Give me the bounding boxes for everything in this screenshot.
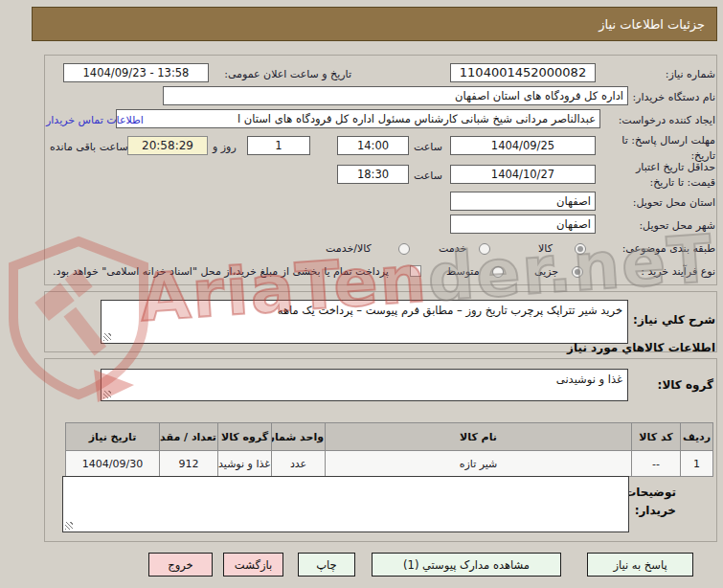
radio-goods-service[interactable] bbox=[398, 243, 410, 255]
radio-medium[interactable] bbox=[492, 266, 504, 278]
radio-goods-service-label: کالا/خدمت bbox=[326, 242, 372, 255]
need-number-label: شماره نیاز: bbox=[666, 68, 715, 80]
validity-date-field[interactable]: 1404/10/27 bbox=[450, 165, 596, 184]
remaining-hours-label: ساعت باقی مانده bbox=[50, 141, 128, 153]
radio-minor[interactable] bbox=[572, 266, 583, 278]
col-item-code: کد کالا bbox=[632, 423, 681, 451]
classification-label: طبقه بندی موضوعی: bbox=[622, 242, 715, 255]
request-creator-field[interactable]: عبدالناصر مردانی شیخ شبانی کارشناس مسئول… bbox=[116, 109, 600, 128]
announce-datetime-label: تاریخ و ساعت اعلان عمومی: bbox=[224, 68, 351, 80]
col-count-unit: واحد شمارش bbox=[272, 423, 326, 451]
delivery-province-label: استان محل تحویل: bbox=[633, 196, 715, 209]
col-need-date: تاریخ نیاز bbox=[66, 423, 160, 451]
radio-minor-label: جزیی bbox=[534, 265, 558, 278]
col-row-number: ردیف bbox=[681, 423, 713, 451]
respond-to-need-button[interactable]: پاسخ به نیاز bbox=[587, 553, 693, 577]
remaining-days-field[interactable]: 1 bbox=[247, 136, 310, 155]
deadline-hour-label: ساعت bbox=[414, 141, 442, 153]
radio-medium-label: متوسط bbox=[446, 265, 480, 278]
cell-item-name: شیر تازه bbox=[326, 451, 632, 477]
buyer-org-label: نام دستگاه خریدار: bbox=[632, 91, 715, 103]
buyer-org-field[interactable]: اداره کل فرودگاه های استان اصفهان bbox=[163, 86, 628, 105]
back-button[interactable]: بازگشت bbox=[223, 553, 283, 577]
delivery-province-field[interactable]: اصفهان bbox=[450, 192, 596, 211]
print-button[interactable]: چاپ bbox=[298, 553, 355, 577]
radio-service[interactable] bbox=[479, 243, 490, 255]
price-validity-label: حداقل تاریخ اعتبار قیمت: تا تاریخ: bbox=[618, 160, 715, 191]
goods-group-textarea[interactable]: غذا و نوشیدنی bbox=[101, 369, 628, 401]
buyer-notes-textarea[interactable] bbox=[62, 476, 629, 532]
col-item-group: گروه کالا bbox=[218, 423, 272, 451]
need-details-window: جزئیات اطلاعات نیاز شماره نیاز: 11040014… bbox=[0, 0, 723, 588]
cell-need-date: 1404/09/30 bbox=[66, 451, 160, 477]
col-quantity: تعداد / مقدار bbox=[160, 423, 218, 451]
radio-goods[interactable] bbox=[575, 243, 586, 255]
cell-count-unit: عدد bbox=[272, 451, 326, 477]
announce-datetime-field[interactable]: 1404/09/23 - 13:58 bbox=[63, 63, 209, 82]
need-description-textarea[interactable]: خرید شیر تتراپک پرچرب تاریخ روز – مطابق … bbox=[101, 300, 628, 344]
page-title: جزئیات اطلاعات نیاز bbox=[32, 7, 717, 41]
cell-quantity: 912 bbox=[160, 451, 218, 477]
exit-button[interactable]: خروج bbox=[148, 553, 213, 577]
validity-hour-label: ساعت bbox=[414, 170, 442, 182]
remaining-countdown: 20:58:29 bbox=[127, 136, 208, 155]
deadline-date-field[interactable]: 1404/09/25 bbox=[450, 136, 596, 155]
need-description-label: شرح کلي نیاز: bbox=[633, 313, 715, 327]
treasury-checkbox[interactable] bbox=[410, 265, 421, 277]
delivery-city-field[interactable]: اصفهان bbox=[450, 215, 596, 234]
purchase-process-label: نوع فرآیند خرید : bbox=[641, 265, 715, 278]
goods-section-header: اطلاعات کالاهاي مورد نیاز bbox=[567, 341, 715, 354]
request-creator-label: ایجاد کننده درخواست: bbox=[619, 114, 715, 126]
radio-goods-label: کالا bbox=[538, 242, 553, 255]
goods-group-label: گروه کالا: bbox=[658, 378, 713, 392]
goods-table-header-row: ردیف کد کالا نام کالا واحد شمارش گروه کا… bbox=[66, 423, 713, 451]
deadline-time-field[interactable]: 14:00 bbox=[337, 136, 409, 155]
treasury-checkbox-label: پرداخت تمام یا بخشی از مبلغ خرید،از محل … bbox=[53, 265, 389, 278]
col-item-name: نام کالا bbox=[326, 423, 632, 451]
need-number-field[interactable]: 1104001452000082 bbox=[450, 63, 596, 82]
delivery-city-label: شهر محل تحویل: bbox=[639, 219, 715, 232]
validity-time-field[interactable]: 18:30 bbox=[337, 165, 409, 184]
cell-item-code: -- bbox=[632, 451, 681, 477]
remaining-days-label: روز و bbox=[213, 141, 237, 153]
radio-service-label: خدمت bbox=[439, 242, 466, 255]
goods-table: ردیف کد کالا نام کالا واحد شمارش گروه کا… bbox=[65, 422, 713, 477]
view-attachments-button[interactable]: مشاهده مدارک پیوستي (1) bbox=[372, 553, 561, 577]
table-row[interactable]: 1 -- شیر تازه عدد غذا و نوشیدنی 912 1404… bbox=[66, 451, 713, 477]
cell-row-number: 1 bbox=[681, 451, 713, 477]
buyer-contact-link[interactable]: اطلاعات تماس خریدار bbox=[46, 114, 144, 126]
cell-item-group: غذا و نوشیدنی bbox=[218, 451, 272, 477]
